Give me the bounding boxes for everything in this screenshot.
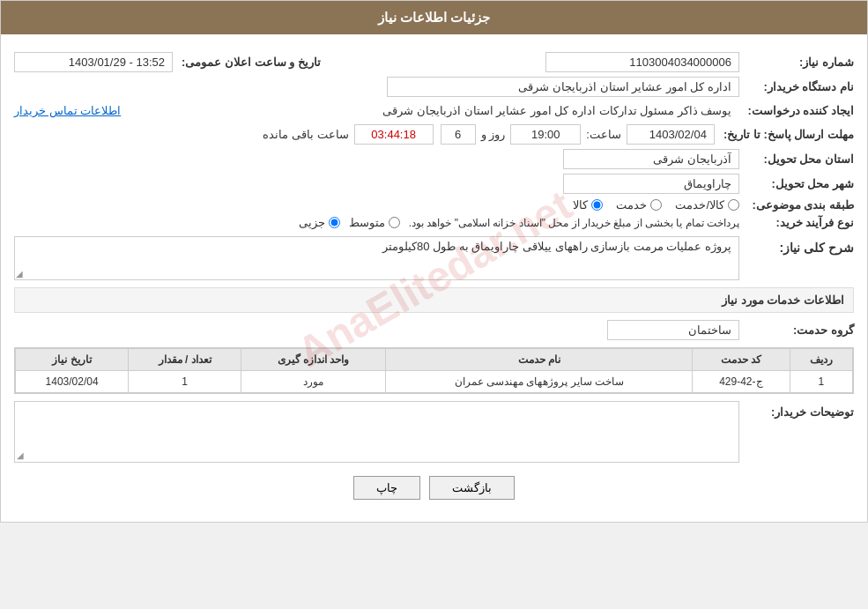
table-row: 1ج-42-429ساخت سایر پروژههای مهندسی عمران… xyxy=(16,371,853,393)
table-cell: 1403/02/04 xyxy=(16,371,129,393)
buyer-org-value: اداره کل امور عشایر استان اذربایجان شرقی xyxy=(387,77,739,97)
services-table: ردیف کد حدمت نام حدمت واحد اندازه گیری ت… xyxy=(15,348,853,393)
deadline-label: مهلت ارسال پاسخ: تا تاریخ: xyxy=(715,128,854,141)
resize-handle-desc: ◢ xyxy=(16,269,23,279)
purchase-type-options: پرداخت تمام یا بخشی از مبلغ خریدار از مح… xyxy=(299,216,739,229)
table-cell: ج-42-429 xyxy=(693,371,790,393)
col-row: ردیف xyxy=(790,349,852,371)
purchase-note: پرداخت تمام یا بخشی از مبلغ خریدار از مح… xyxy=(409,217,739,229)
header-title: جزئیات اطلاعات نیاز xyxy=(378,10,490,25)
description-value: پروژه عملیات مرمت بازسازی راههای ییلاقی … xyxy=(14,236,739,280)
deadline-date: 1403/02/04 xyxy=(627,124,715,145)
request-number-value: 1103004034000006 xyxy=(545,52,739,72)
deadline-time-label: ساعت: xyxy=(581,128,627,141)
page-header: جزئیات اطلاعات نیاز xyxy=(1,1,867,34)
services-table-container: ردیف کد حدمت نام حدمت واحد اندازه گیری ت… xyxy=(14,347,854,394)
requester-contact-link[interactable]: اطلاعات تماس خریدار xyxy=(14,104,121,117)
announcement-value: 1403/01/29 - 13:52 xyxy=(14,52,173,72)
col-name: نام حدمت xyxy=(386,349,693,371)
category-label-service-combo: کالا/خدمت xyxy=(675,198,724,212)
category-radio-goods[interactable] xyxy=(591,199,603,211)
purchase-type-label: نوع فرآیند خرید: xyxy=(739,216,854,229)
col-qty: تعداد / مقدار xyxy=(129,349,241,371)
category-radio-service[interactable] xyxy=(650,199,662,211)
category-radio-service-combo[interactable] xyxy=(728,199,739,211)
service-group-value: ساختمان xyxy=(607,320,739,340)
buyer-org-label: نام دستگاه خریدار: xyxy=(739,80,854,93)
deadline-time: 19:00 xyxy=(510,124,581,145)
requester-value: یوسف ذاکر مسئول تدارکات اداره کل امور عش… xyxy=(121,101,738,120)
deadline-days: 6 xyxy=(441,124,476,145)
city-value: چاراویماق xyxy=(563,174,739,194)
buyer-desc-box[interactable]: ◢ xyxy=(14,401,739,463)
service-group-label: گروه حدمت: xyxy=(739,323,854,337)
category-option-1[interactable]: کالا xyxy=(573,198,603,212)
resize-handle-buyer: ◢ xyxy=(17,450,24,460)
table-cell: 1 xyxy=(790,371,852,393)
request-number-label: شماره نیاز: xyxy=(739,56,854,69)
action-buttons: بازگشت چاپ xyxy=(14,476,854,500)
category-option-2[interactable]: خدمت xyxy=(616,198,662,212)
city-label: شهر محل تحویل: xyxy=(739,177,854,190)
announcement-label: تاریخ و ساعت اعلان عمومی: xyxy=(173,56,321,69)
table-cell: ساخت سایر پروژههای مهندسی عمران xyxy=(386,371,693,393)
purchase-option-minor[interactable]: جزیی xyxy=(299,216,340,229)
col-unit: واحد اندازه گیری xyxy=(241,349,386,371)
purchase-option-medium[interactable]: متوسط xyxy=(349,216,400,229)
table-cell: مورد xyxy=(241,371,386,393)
category-label-goods: کالا xyxy=(573,198,588,212)
category-option-3[interactable]: کالا/خدمت xyxy=(675,198,739,212)
remaining-time: 03:44:18 xyxy=(354,124,434,145)
services-section-title: اطلاعات خدمات مورد نیاز xyxy=(14,287,854,313)
deadline-day-label: روز و xyxy=(476,128,511,141)
description-label: شرح کلی نیاز: xyxy=(739,236,854,255)
table-cell: 1 xyxy=(129,371,241,393)
back-button[interactable]: بازگشت xyxy=(429,476,515,500)
print-button[interactable]: چاپ xyxy=(353,476,420,500)
buyer-desc-section: توضیحات خریدار: ◢ xyxy=(14,401,854,463)
purchase-label-minor: جزیی xyxy=(299,216,325,229)
category-label: طبقه بندی موضوعی: xyxy=(739,198,854,212)
province-label: استان محل تحویل: xyxy=(739,152,854,166)
col-code: کد حدمت xyxy=(693,349,790,371)
category-label-service: خدمت xyxy=(616,198,647,212)
col-date: تاریخ نیاز xyxy=(16,349,129,371)
purchase-label-medium: متوسط xyxy=(349,216,385,229)
purchase-radio-medium[interactable] xyxy=(389,217,400,228)
purchase-radio-minor[interactable] xyxy=(329,217,340,228)
remaining-label: ساعت باقی مانده xyxy=(257,128,353,141)
requester-label: ایجاد کننده درخواست: xyxy=(738,104,854,117)
buyer-desc-label: توضیحات خریدار: xyxy=(739,401,854,419)
category-radio-group: کالا/خدمت خدمت کالا xyxy=(573,198,739,212)
province-value: آذربایجان شرقی xyxy=(563,149,739,169)
